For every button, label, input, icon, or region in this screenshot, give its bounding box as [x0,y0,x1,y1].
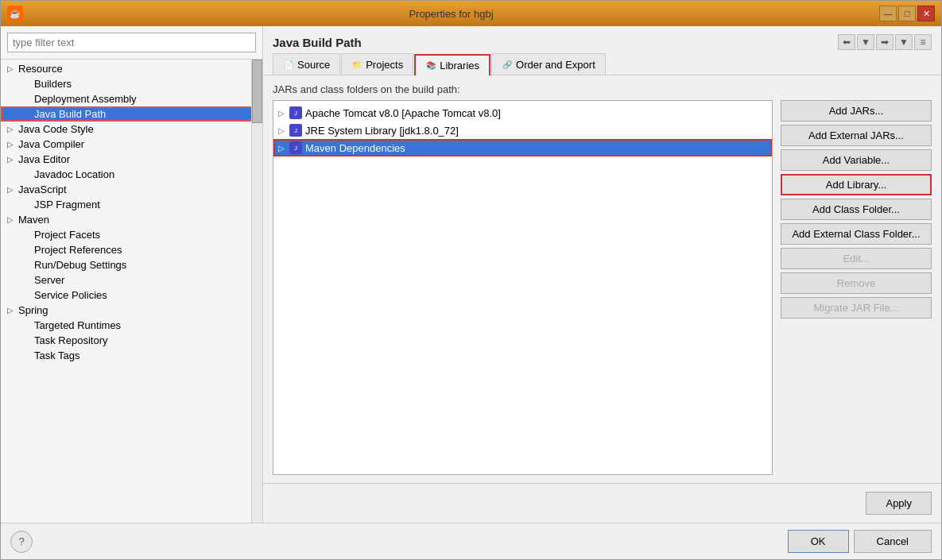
filter-wrap [1,26,262,60]
sidebar-item-java-code-style[interactable]: ▷ Java Code Style [1,122,262,137]
sidebar-item-label: Server [34,274,64,286]
jar-arrow: ▷ [278,126,289,135]
panel-body: JARs and class folders on the build path… [263,75,941,483]
jars-list: ▷ J Apache Tomcat v8.0 [Apache Tomcat v8… [273,100,773,475]
sidebar-item-label: Java Editor [18,153,70,165]
filter-input[interactable] [7,33,256,52]
dropdown-icon[interactable]: ▼ [857,34,874,50]
tab-label-libraries: Libraries [440,60,479,71]
tree-arrow: ▷ [7,140,18,149]
sidebar-item-jsp-fragment[interactable]: JSP Fragment [1,197,262,212]
jar-label: Maven Dependencies [305,142,405,154]
sidebar-item-run-debug-settings[interactable]: Run/Debug Settings [1,257,262,272]
tab-icon-order-export: 🔗 [502,59,513,70]
properties-window: ☕ Properties for hgbj — □ ✕ ▷ Resource B… [0,0,942,560]
sidebar-item-label: Service Policies [34,289,107,301]
apply-button[interactable]: Apply [866,492,932,515]
sidebar-item-task-repository[interactable]: Task Repository [1,333,262,348]
migrate-jar-button: Migrate JAR File... [781,297,932,319]
sidebar-item-label: Resource [18,63,63,75]
add-variable-button[interactable]: Add Variable... [781,149,932,171]
add-library-button[interactable]: Add Library... [781,174,932,195]
forward-nav-icon[interactable]: ➡ [876,34,894,50]
tabs-bar: 📄Source📁Projects📚Libraries🔗Order and Exp… [263,53,941,75]
jar-icon: J [289,141,302,154]
remove-button: Remove [781,272,932,294]
jar-arrow: ▷ [278,144,289,153]
tree-arrow: ▷ [7,306,18,315]
sidebar-item-maven[interactable]: ▷ Maven [1,212,262,227]
sidebar-item-resource[interactable]: ▷ Resource [1,61,262,76]
sidebar-item-task-tags[interactable]: Task Tags [1,348,262,363]
sidebar-item-project-facets[interactable]: Project Facets [1,227,262,242]
window-controls: — □ ✕ [879,6,935,21]
back-nav-icon[interactable]: ⬅ [838,34,855,50]
tree-items: ▷ Resource Builders Deployment Assembly … [1,61,262,363]
sidebar-item-targeted-runtimes[interactable]: Targeted Runtimes [1,318,262,333]
sidebar-item-service-policies[interactable]: Service Policies [1,288,262,303]
menu-icon[interactable]: ≡ [914,34,932,50]
panel-header: Java Build Path ⬅ ▼ ➡ ▼ ≡ [263,26,941,53]
tree-container: ▷ Resource Builders Deployment Assembly … [1,60,262,523]
tab-libraries[interactable]: 📚Libraries [414,54,490,75]
sidebar: ▷ Resource Builders Deployment Assembly … [1,26,263,523]
footer-buttons: OK Cancel [788,530,932,553]
help-button[interactable]: ? [10,531,33,553]
add-external-jars-button[interactable]: Add External JARs... [781,125,932,146]
build-path-label: JARs and class folders on the build path… [273,83,932,95]
sidebar-item-javadoc-location[interactable]: Javadoc Location [1,167,262,182]
sidebar-item-label: Java Build Path [34,108,106,120]
tree-arrow: ▷ [7,125,18,133]
bottom-bar: Apply [263,483,941,523]
sidebar-scrollbar[interactable] [251,60,262,523]
sidebar-item-project-references[interactable]: Project References [1,242,262,257]
jar-arrow: ▷ [278,109,289,118]
minimize-button[interactable]: — [879,6,897,21]
jar-item-tomcat[interactable]: ▷ J Apache Tomcat v8.0 [Apache Tomcat v8… [273,104,772,122]
sidebar-item-label: Targeted Runtimes [34,319,121,331]
tab-icon-projects: 📁 [351,59,362,70]
window-icon: ☕ [7,6,23,21]
restore-button[interactable]: □ [898,6,916,21]
cancel-button[interactable]: Cancel [854,530,932,553]
add-jars-button[interactable]: Add JARs... [781,100,932,122]
footer: ? OK Cancel [1,523,941,559]
jar-icon: J [289,106,302,119]
sidebar-item-label: Javadoc Location [34,168,114,180]
sidebar-item-builders[interactable]: Builders [1,76,262,91]
tab-projects[interactable]: 📁Projects [341,53,413,75]
nav-dropdown-icon[interactable]: ▼ [895,34,913,50]
sidebar-item-deployment-assembly[interactable]: Deployment Assembly [1,91,262,106]
tab-icon-libraries: 📚 [425,60,436,71]
jar-label: Apache Tomcat v8.0 [Apache Tomcat v8.0] [305,107,501,119]
add-external-class-folder-button[interactable]: Add External Class Folder... [781,223,932,245]
sidebar-item-label: Spring [18,304,48,316]
close-button[interactable]: ✕ [917,6,935,21]
sidebar-item-label: Maven [18,214,49,226]
sidebar-item-label: JavaScript [18,183,67,195]
sidebar-item-javascript[interactable]: ▷ JavaScript [1,182,262,197]
action-buttons: Add JARs...Add External JARs...Add Varia… [781,100,932,475]
add-class-folder-button[interactable]: Add Class Folder... [781,199,932,220]
jar-item-maven[interactable]: ▷ J Maven Dependencies [273,139,772,156]
tree-arrow: ▷ [7,64,18,73]
panel-title: Java Build Path [273,36,362,49]
sidebar-item-server[interactable]: Server [1,272,262,288]
sidebar-item-label: Run/Debug Settings [34,259,126,271]
tab-order-export[interactable]: 🔗Order and Export [491,53,606,75]
main-content: ▷ Resource Builders Deployment Assembly … [1,26,941,523]
scrollbar-thumb[interactable] [252,60,262,123]
jar-item-jre[interactable]: ▷ J JRE System Library [jdk1.8.0_72] [273,122,772,139]
sidebar-item-java-editor[interactable]: ▷ Java Editor [1,152,262,167]
sidebar-item-label: Task Tags [34,350,80,361]
sidebar-item-label: Builders [34,78,72,90]
sidebar-item-spring[interactable]: ▷ Spring [1,303,262,318]
jar-icon: J [289,124,302,137]
ok-button[interactable]: OK [788,530,849,553]
title-bar: ☕ Properties for hgbj — □ ✕ [1,1,941,26]
tab-label-projects: Projects [366,59,403,71]
tab-source[interactable]: 📄Source [273,53,340,75]
sidebar-item-java-compiler[interactable]: ▷ Java Compiler [1,137,262,152]
right-panel: Java Build Path ⬅ ▼ ➡ ▼ ≡ 📄Source📁Projec… [263,26,941,523]
sidebar-item-java-build-path[interactable]: Java Build Path [1,106,262,122]
